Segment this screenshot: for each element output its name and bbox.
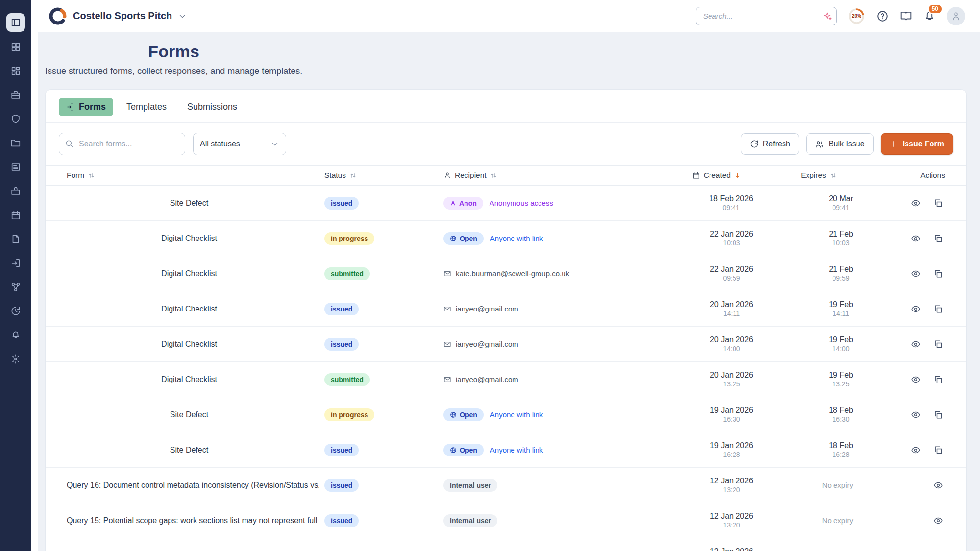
sidebar-item-settings[interactable] xyxy=(10,354,21,364)
envelope-icon xyxy=(443,340,451,348)
recipient-link[interactable]: Anonymous access xyxy=(490,199,553,207)
form-name: Query 15: Potential scope gaps: work sec… xyxy=(59,516,319,525)
sidebar-item-integrations[interactable] xyxy=(10,282,21,292)
copy-icon xyxy=(933,375,943,384)
status-cell: issued xyxy=(319,303,438,315)
recipient-cell: OpenAnyone with link xyxy=(438,408,675,421)
sort-icon xyxy=(490,172,497,179)
workspace-switcher[interactable]: Costello Sports Pitch xyxy=(49,7,187,25)
help-button[interactable] xyxy=(876,10,889,23)
bulk-issue-button[interactable]: Bulk Issue xyxy=(806,133,874,155)
view-button[interactable] xyxy=(911,304,921,314)
eye-icon xyxy=(911,234,921,243)
column-header-recipient[interactable]: Recipient xyxy=(438,171,675,180)
view-button[interactable] xyxy=(911,375,921,384)
view-button[interactable] xyxy=(933,516,943,526)
copy-icon xyxy=(933,269,943,279)
issue-form-button[interactable]: Issue Form xyxy=(881,133,953,155)
docs-button[interactable] xyxy=(900,10,912,23)
avatar[interactable] xyxy=(947,7,965,25)
status-cell: submitted xyxy=(319,267,438,280)
sidebar-item-history[interactable] xyxy=(10,306,21,316)
table-row[interactable]: Digital Checklist submitted kate.buurman… xyxy=(46,256,966,291)
tab-submissions[interactable]: Submissions xyxy=(180,98,245,116)
view-button[interactable] xyxy=(911,198,921,208)
sort-icon[interactable] xyxy=(88,172,95,179)
sort-icon[interactable] xyxy=(490,172,497,179)
view-button[interactable] xyxy=(911,410,921,420)
sidebar-item-notifications[interactable] xyxy=(10,330,21,340)
table-row[interactable]: 12 Jan 202613:20 xyxy=(46,538,966,551)
sort-desc-icon[interactable] xyxy=(734,172,741,179)
sidebar-item-dashboard[interactable] xyxy=(10,42,21,52)
notifications-button[interactable]: 50 xyxy=(923,10,936,23)
sidebar-item-safety[interactable] xyxy=(10,114,21,124)
column-header-status[interactable]: Status xyxy=(319,171,438,180)
search-icon xyxy=(65,139,74,148)
table-row[interactable]: Digital Checklist submitted ianyeo@gmail… xyxy=(46,362,966,397)
no-expiry-label: No expiry xyxy=(822,481,853,489)
sidebar-item-forms[interactable] xyxy=(10,258,21,268)
sidebar-item-apps[interactable] xyxy=(10,66,21,76)
workspace-icon xyxy=(10,17,21,28)
copy-button[interactable] xyxy=(933,198,943,208)
help-icon xyxy=(876,10,889,23)
eye-icon xyxy=(933,480,943,490)
eye-icon xyxy=(911,304,921,314)
table-row[interactable]: Query 16: Document control metadata inco… xyxy=(46,468,966,503)
copy-button[interactable] xyxy=(933,234,943,243)
copy-button[interactable] xyxy=(933,445,943,455)
created-cell: 18 Feb 202609:41 xyxy=(675,194,769,212)
view-button[interactable] xyxy=(933,480,943,490)
view-button[interactable] xyxy=(911,445,921,455)
recipient-email: ianyeo@gmail.com xyxy=(443,375,518,383)
sidebar-item-projects[interactable] xyxy=(10,90,21,100)
table-row[interactable]: Site Defect issued AnonAnonymous access … xyxy=(46,186,966,221)
sidebar-item-workspace[interactable] xyxy=(6,13,25,32)
copy-button[interactable] xyxy=(933,339,943,349)
view-button[interactable] xyxy=(911,339,921,349)
table-row[interactable]: Site Defect in progress OpenAnyone with … xyxy=(46,397,966,432)
form-name: Digital Checklist xyxy=(59,305,319,313)
tab-templates[interactable]: Templates xyxy=(119,98,174,116)
copy-button[interactable] xyxy=(933,304,943,314)
table-row[interactable]: Site Defect issued OpenAnyone with link … xyxy=(46,432,966,468)
page-subtitle: Issue structured forms, collect response… xyxy=(45,66,302,76)
table-row[interactable]: Digital Checklist issued ianyeo@gmail.co… xyxy=(46,327,966,362)
sidebar-item-calendar[interactable] xyxy=(10,210,21,220)
status-filter-select[interactable]: All statuses xyxy=(193,133,286,155)
sort-icon[interactable] xyxy=(830,172,837,179)
usage-ring[interactable]: 20% xyxy=(848,7,865,25)
sidebar-edge xyxy=(31,0,38,551)
sidebar-item-toolbox[interactable] xyxy=(10,186,21,196)
copy-button[interactable] xyxy=(933,375,943,384)
refresh-label: Refresh xyxy=(763,140,790,148)
column-header-expires[interactable]: Expires xyxy=(769,171,869,180)
recipient-link[interactable]: Anyone with link xyxy=(490,446,543,454)
sidebar-item-files[interactable] xyxy=(10,234,21,244)
copy-button[interactable] xyxy=(933,410,943,420)
documents-icon xyxy=(10,138,21,148)
recipient-link[interactable]: Anyone with link xyxy=(490,410,543,419)
table-row[interactable]: Digital Checklist issued ianyeo@gmail.co… xyxy=(46,291,966,327)
tab-forms[interactable]: Forms xyxy=(59,98,113,116)
sort-icon[interactable] xyxy=(349,172,357,179)
forms-search-input[interactable] xyxy=(59,133,185,155)
expires-cell: 19 Feb13:25 xyxy=(769,371,869,388)
column-header-form[interactable]: Form xyxy=(59,171,319,180)
person-icon xyxy=(951,11,961,22)
table-row[interactable]: Digital Checklist in progress OpenAnyone… xyxy=(46,221,966,256)
table-row[interactable]: Query 15: Potential scope gaps: work sec… xyxy=(46,503,966,538)
column-header-created[interactable]: Created xyxy=(675,171,769,180)
global-search-input[interactable] xyxy=(696,7,837,25)
globe-icon xyxy=(450,235,457,242)
refresh-button[interactable]: Refresh xyxy=(741,133,799,155)
view-button[interactable] xyxy=(911,269,921,279)
view-button[interactable] xyxy=(911,234,921,243)
sidebar-item-reports[interactable] xyxy=(10,162,21,172)
sidebar-item-documents[interactable] xyxy=(10,138,21,148)
copy-button[interactable] xyxy=(933,269,943,279)
recipient-badge-anon: Anon xyxy=(443,197,483,210)
recipient-link[interactable]: Anyone with link xyxy=(490,234,543,242)
status-cell: submitted xyxy=(319,373,438,386)
